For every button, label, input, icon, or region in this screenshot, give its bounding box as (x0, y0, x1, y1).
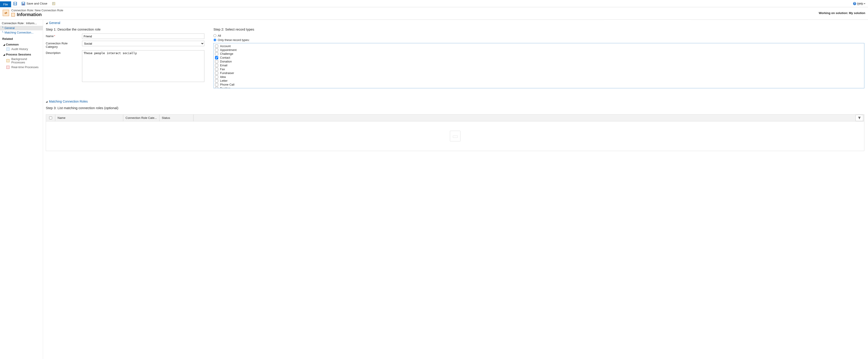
record-type-item[interactable]: Appointment (215, 48, 863, 52)
record-type-label: Phone Call (220, 83, 235, 86)
matching-grid: Name Connection Role Cate... Status ▭ (46, 114, 864, 151)
column-spacer (193, 114, 198, 121)
page-title: Information (17, 12, 42, 17)
related-heading: Related (0, 35, 43, 41)
record-type-label: Appointment (220, 48, 237, 52)
entity-mini-icon (11, 13, 15, 17)
description-field[interactable] (82, 50, 205, 82)
record-type-label: Letter (220, 79, 227, 83)
save-and-close-button[interactable]: Save and Close (19, 0, 50, 7)
radio-only-label: Only these record types: (218, 38, 250, 42)
record-type-checkbox[interactable] (215, 87, 218, 89)
section-general[interactable]: ◢ General (46, 21, 864, 26)
chevron-down-icon: ◢ (3, 54, 5, 56)
step1-title: Step 1: Describe the connection role (46, 26, 205, 34)
column-category[interactable]: Connection Role Cate... (123, 114, 159, 121)
save-button[interactable] (11, 0, 19, 7)
page-header: ⇄ Connection Role: New Connection Role I… (0, 7, 868, 20)
name-label: Name* (46, 34, 80, 38)
record-type-label: Account (220, 44, 231, 48)
category-select[interactable]: Social (82, 41, 205, 46)
process-icon (6, 59, 9, 62)
record-type-item[interactable]: Idea (215, 75, 863, 79)
record-type-label: Idea (220, 75, 226, 78)
step3-title: Step 3: List matching connection roles (… (46, 105, 864, 112)
record-type-label: Fundraiser (220, 71, 234, 75)
collapse-icon: ◢ (46, 100, 48, 103)
nav-item-audit-history[interactable]: Audit History (2, 46, 43, 52)
radio-only-these[interactable] (213, 38, 216, 41)
column-name[interactable]: Name (55, 114, 123, 121)
record-type-label: Position (220, 87, 230, 88)
record-type-checkbox[interactable] (215, 64, 218, 67)
record-type-label: Email (220, 64, 227, 67)
help-label: Help (857, 2, 863, 5)
record-type-item[interactable]: Contact (215, 56, 863, 60)
record-type-checkbox[interactable] (215, 52, 218, 56)
nav-item-matching-connection[interactable]: Matching Connection... (0, 30, 43, 35)
group-common[interactable]: ◢Common (2, 41, 43, 46)
record-type-item[interactable]: Email (215, 63, 863, 67)
collapse-icon: ◢ (46, 22, 48, 24)
record-type-label: Challenge (220, 52, 234, 56)
record-type-item[interactable]: Fax (215, 67, 863, 71)
svg-rect-4 (23, 2, 24, 3)
section-matching-roles[interactable]: ◢ Matching Connection Roles (46, 99, 864, 105)
nav-item-general[interactable]: General (0, 26, 43, 30)
record-type-checkbox[interactable] (215, 60, 218, 63)
record-type-checkbox[interactable] (215, 68, 218, 71)
column-status[interactable]: Status (159, 114, 193, 121)
category-label: Connection Role Category (46, 41, 80, 48)
record-type-item[interactable]: Letter (215, 79, 863, 83)
record-type-checkbox[interactable] (215, 48, 218, 52)
ribbon-bar: File Save and Close ? Help ▾ (0, 0, 868, 7)
name-field[interactable] (82, 34, 205, 39)
record-type-item[interactable]: Position (215, 87, 863, 88)
record-type-checkbox[interactable] (215, 83, 218, 86)
chevron-down-icon: ◢ (3, 43, 5, 46)
record-type-checkbox[interactable] (215, 44, 218, 48)
record-type-item[interactable]: Phone Call (215, 83, 863, 87)
record-type-label: Fax (220, 67, 225, 71)
working-on-solution: Working on solution: My solution (818, 11, 865, 15)
entity-icon: ⇄ (3, 10, 9, 16)
step2-title: Step 2: Select record types (213, 26, 864, 34)
nav-item-background-processes[interactable]: Background Processes (2, 57, 43, 65)
radio-all-label: All (218, 34, 221, 37)
grid-select-all[interactable] (46, 116, 55, 120)
svg-rect-5 (52, 2, 55, 5)
actions-icon (52, 2, 56, 5)
record-type-checkbox[interactable] (215, 79, 218, 83)
empty-state-icon: ▭ (450, 131, 461, 141)
record-type-checkbox[interactable] (215, 71, 218, 75)
file-tab[interactable]: File (0, 1, 11, 7)
filter-button[interactable] (856, 115, 863, 121)
record-type-checkbox[interactable] (215, 75, 218, 78)
svg-rect-6 (53, 3, 54, 3)
record-type-label: Donation (220, 60, 232, 63)
actions-button[interactable] (50, 0, 58, 7)
record-type-checkbox[interactable] (215, 56, 218, 59)
realtime-icon (6, 66, 9, 69)
record-type-item[interactable]: Donation (215, 60, 863, 63)
grid-body-empty: ▭ (46, 121, 864, 151)
description-label: Description (46, 50, 80, 55)
radio-all[interactable] (213, 34, 216, 37)
record-type-item[interactable]: Fundraiser (215, 71, 863, 75)
left-nav: Connection Role : Inform... General Matc… (0, 20, 43, 359)
breadcrumb: Connection Role: New Connection Role (11, 9, 63, 12)
group-process-sessions[interactable]: ◢Process Sessions (2, 52, 43, 57)
record-type-label: Contact (220, 56, 230, 59)
document-icon (6, 47, 9, 51)
nav-title: Connection Role : Inform... (0, 21, 43, 26)
nav-item-realtime-processes[interactable]: Real-time Processes (2, 65, 43, 69)
record-type-item[interactable]: Challenge (215, 52, 863, 56)
grid-select-all-checkbox[interactable] (49, 117, 52, 119)
save-close-icon (22, 2, 25, 5)
help-menu[interactable]: ? Help ▾ (850, 0, 868, 7)
filter-icon (858, 117, 861, 120)
record-type-list[interactable]: AccountAppointmentChallengeContactDonati… (213, 43, 864, 88)
record-type-item[interactable]: Account (215, 44, 863, 48)
svg-rect-2 (14, 4, 16, 5)
chevron-down-icon: ▾ (864, 2, 865, 5)
